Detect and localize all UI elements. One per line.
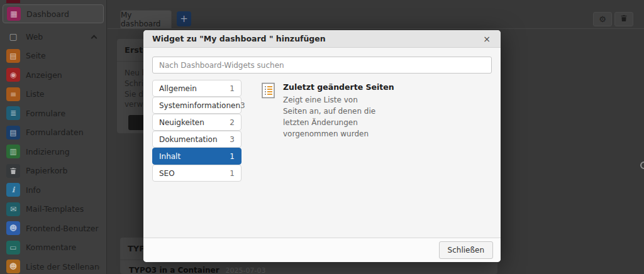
sidebar-item-info[interactable]: i Info (0, 180, 106, 200)
dashboard-icon: ▦ (7, 7, 21, 21)
sidebar-item-stellenangebote[interactable]: ☻ Liste der Stellenangebote (0, 257, 106, 274)
add-widget-modal: Widget zu "My dashboard " hinzufügen × A… (143, 30, 501, 262)
sidebar-item-label: Mail-Templates (26, 204, 84, 214)
sidebar-item-web[interactable]: ▢ Web (0, 27, 106, 47)
modal-footer: Schließen (143, 238, 501, 262)
page-icon: ▢ (6, 30, 20, 43)
page-content-icon: ▤ (6, 49, 20, 63)
category-dokumentation[interactable]: Dokumentation 3 (152, 131, 242, 148)
category-count: 1 (230, 84, 235, 93)
sidebar-item-label: Kommentare (26, 243, 76, 252)
category-neuigkeiten[interactable]: Neuigkeiten 2 (152, 114, 242, 131)
view-icon: ◉ (6, 68, 20, 82)
sidebar-item-dashboard[interactable]: ▦ Dashboard (3, 4, 104, 23)
sidebar-item-formulare[interactable]: ≣ Formulare (0, 104, 106, 123)
pages-list-icon (260, 82, 277, 182)
sidebar-item-label: Info (26, 185, 41, 195)
category-count: 1 (230, 152, 235, 161)
sidebar-item-frontend-benutzer[interactable]: ☻ Frontend-Benutzer (0, 219, 106, 238)
sidebar-item-label: Formulardaten (26, 128, 84, 137)
category-allgemein[interactable]: Allgemein 1 (152, 80, 242, 97)
close-icon[interactable]: × (482, 35, 492, 43)
dashboard-delete-button[interactable] (614, 12, 633, 26)
list-icon: ≡ (6, 87, 20, 101)
trash-icon (620, 14, 628, 24)
sidebar-item-label: Liste der Stellenangebote (26, 262, 100, 271)
sidebar-item-mail-templates[interactable]: ✉ Mail-Templates (0, 200, 106, 219)
sidebar-item-label: Liste (26, 89, 45, 99)
category-count: 1 (230, 169, 235, 178)
category-count: 2 (230, 118, 235, 127)
sidebar-item-formulardaten[interactable]: ▤ Formulardaten (0, 123, 106, 143)
widget-option-description: Zeigt eine Liste von Seiten an, auf dene… (283, 94, 380, 140)
sidebar-item-indizierung[interactable]: ▥ Indizierung (0, 142, 106, 162)
comments-icon: ▭ (6, 241, 20, 255)
gear-icon: ⚙ (599, 14, 606, 24)
widget-option-title: Zuletzt geänderte Seiten (283, 82, 394, 92)
category-seo[interactable]: SEO 1 (152, 165, 242, 182)
typo3-logo-fragment (6, 0, 20, 3)
chevron-up-icon[interactable] (91, 35, 97, 41)
sidebar-item-label: Formulare (26, 109, 65, 118)
sidebar-item-kommentare[interactable]: ▭ Kommentare (0, 238, 106, 258)
widget-category-list: Allgemein 1 Systeminformationen 3 Neuigk… (152, 80, 242, 182)
module-sidebar: ▦ Dashboard ▢ Web ▤ Seite ◉ Anzeigen ≡ L… (0, 0, 107, 274)
forms-icon: ≣ (6, 106, 20, 120)
sidebar-item-label: Papierkorb (26, 166, 67, 175)
form-data-icon: ▤ (6, 126, 20, 140)
indexing-icon: ▥ (6, 145, 20, 158)
category-inhalt[interactable]: Inhalt 1 (152, 148, 242, 165)
widget-search-input[interactable] (152, 57, 492, 74)
widget-option-recently-changed-pages[interactable]: Zuletzt geänderte Seiten Zeigt eine List… (260, 80, 394, 182)
news-list-item[interactable]: TYPO3 in a Container 2025-07-03 (120, 260, 497, 274)
dashboard-tabbar: My dashboard + ⚙ (108, 0, 644, 29)
sidebar-item-label: Dashboard (26, 9, 69, 19)
plus-icon: + (180, 13, 188, 25)
news-item-title: TYPO3 in a Container (129, 266, 219, 274)
modal-header: Widget zu "My dashboard " hinzufügen × (143, 30, 501, 48)
dashboard-settings-button[interactable]: ⚙ (593, 12, 612, 26)
edge-spinner-icon (640, 162, 644, 169)
category-count: 3 (240, 101, 245, 110)
info-icon: i (6, 183, 20, 197)
sidebar-item-papierkorb[interactable]: Papierkorb (0, 162, 106, 181)
tab-my-dashboard[interactable]: My dashboard (120, 10, 172, 28)
mail-templates-icon: ✉ (6, 202, 20, 216)
modal-body: Allgemein 1 Systeminformationen 3 Neuigk… (143, 48, 501, 238)
news-item-date: 2025-07-03 (225, 266, 265, 274)
modal-content-row: Allgemein 1 Systeminformationen 3 Neuigk… (152, 80, 492, 182)
frontend-user-icon: ☻ (6, 221, 20, 235)
sidebar-item-label: Web (26, 32, 43, 41)
sidebar-item-label: Frontend-Benutzer (26, 224, 99, 233)
sidebar-item-label: Anzeigen (26, 70, 62, 80)
sidebar-item-seite[interactable]: ▤ Seite (0, 47, 106, 66)
sidebar-item-label: Seite (26, 51, 46, 60)
sidebar-item-anzeigen[interactable]: ◉ Anzeigen (0, 65, 106, 85)
recycler-trash-icon (6, 164, 20, 178)
category-systeminformationen[interactable]: Systeminformationen 3 (152, 97, 242, 114)
sidebar-item-label: Indizierung (26, 147, 70, 156)
category-count: 3 (230, 135, 235, 144)
sidebar-item-liste[interactable]: ≡ Liste (0, 85, 106, 104)
job-list-icon: ☻ (6, 260, 20, 273)
modal-title: Widget zu "My dashboard " hinzufügen (152, 34, 482, 43)
add-dashboard-button[interactable]: + (177, 11, 191, 26)
close-modal-button[interactable]: Schließen (439, 241, 493, 259)
